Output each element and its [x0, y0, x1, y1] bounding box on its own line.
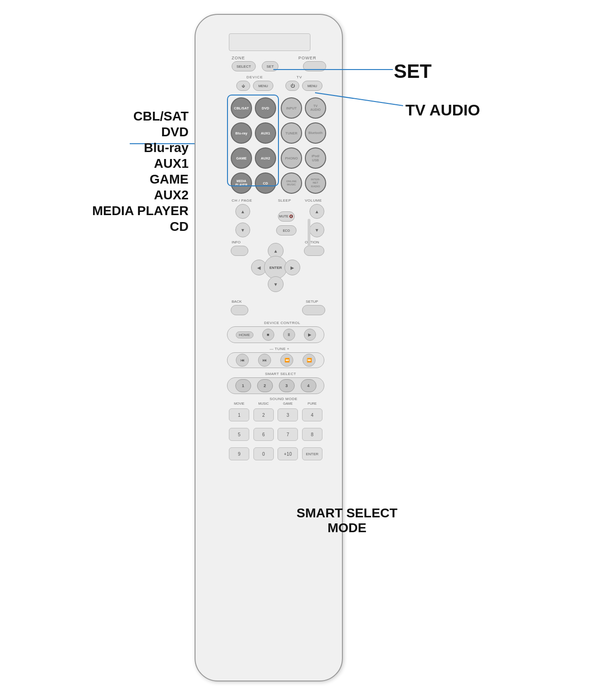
- sleep-label: SLEEP: [278, 198, 291, 203]
- remote-display: [229, 33, 310, 51]
- num-0-button[interactable]: 0: [253, 447, 274, 460]
- back-label: BACK: [232, 299, 242, 304]
- numpad-row-3: 9 0 +10 ENTER: [227, 446, 324, 462]
- smart-select-3-button[interactable]: 3: [279, 379, 295, 392]
- smart-select-label: SMART SELECT: [265, 372, 296, 376]
- num-enter-button[interactable]: ENTER: [302, 447, 322, 460]
- aux1-annotation: AUX1: [10, 156, 189, 171]
- bluray-annotation: Blu-ray: [10, 140, 189, 155]
- game-annotation: GAME: [10, 172, 189, 187]
- device-power-button[interactable]: ⏻: [236, 81, 250, 91]
- bluetooth-button[interactable]: Bluetooth: [305, 122, 326, 144]
- sound-game-label: GAME: [277, 402, 299, 405]
- eco-button[interactable]: ECO: [276, 225, 297, 235]
- input-button[interactable]: INPUT: [281, 97, 302, 119]
- option-button[interactable]: [304, 246, 324, 256]
- sound-music-label: MUSIC: [252, 402, 275, 405]
- dpad-enter-button[interactable]: ENTER: [264, 256, 287, 279]
- device-control-label: DEVICE CONTROL: [264, 321, 300, 325]
- cbl-sat-annotation: CBL/SAT: [10, 109, 189, 124]
- num-plus10-button[interactable]: +10: [278, 447, 298, 460]
- option-label: OPTION: [305, 240, 319, 244]
- num-2-button[interactable]: 2: [253, 408, 274, 421]
- remote-control: ZONE POWER SELECT SET DEVICE TV ⏻ MENU ⏻…: [195, 14, 343, 681]
- num-1-button[interactable]: 1: [229, 408, 249, 421]
- rewind-button[interactable]: ⏪: [280, 354, 293, 367]
- ch-down-button[interactable]: ▼: [235, 223, 250, 237]
- home-button[interactable]: HOME: [236, 331, 253, 338]
- num-9-button[interactable]: 9: [229, 447, 249, 460]
- dpad-right-button[interactable]: ▶: [284, 260, 300, 275]
- smart-select-1-button[interactable]: 1: [235, 379, 251, 392]
- ch-up-button[interactable]: ▲: [235, 204, 250, 219]
- num-3-button[interactable]: 3: [278, 408, 298, 421]
- tv-label: TV: [297, 75, 302, 79]
- setup-button[interactable]: [302, 305, 325, 315]
- next-track-button[interactable]: ⏭: [258, 354, 271, 367]
- mute-button[interactable]: MUTE 🔇: [278, 211, 295, 222]
- smart-select-2-button[interactable]: 2: [257, 379, 273, 392]
- dpad-down-button[interactable]: ▼: [268, 276, 284, 292]
- tv-menu-button[interactable]: MENU: [302, 81, 322, 91]
- numpad-row-2: 5 6 7 8: [227, 426, 324, 442]
- select-button[interactable]: SELECT: [232, 61, 256, 71]
- set-annotation: SET: [394, 60, 432, 83]
- sound-mode-labels: MOVIE MUSIC GAME PURE: [227, 402, 324, 405]
- cd-annotation: CD: [10, 219, 189, 234]
- stop-button[interactable]: ■: [262, 329, 274, 341]
- back-button[interactable]: [231, 305, 248, 315]
- remote-body: ZONE POWER SELECT SET DEVICE TV ⏻ MENU ⏻…: [195, 14, 343, 681]
- ipod-usb-button[interactable]: iPod/USB: [305, 147, 326, 169]
- numpad-row-1: 1 2 3 4: [227, 407, 324, 423]
- play-button[interactable]: ▶: [304, 329, 316, 341]
- set-button[interactable]: SET: [262, 61, 278, 71]
- tune-label: — TUNE +: [270, 347, 290, 351]
- num-5-button[interactable]: 5: [229, 428, 249, 441]
- device-label: DEVICE: [246, 75, 263, 79]
- smart-select-4-button[interactable]: 4: [301, 379, 316, 392]
- ch-page-label: CH / PAGE: [232, 198, 252, 203]
- power-label: POWER: [298, 56, 316, 60]
- vol-down-button[interactable]: ▼: [309, 223, 324, 237]
- sound-mode-label: SOUND MODE: [270, 397, 297, 401]
- internet-radio-button[interactable]: INTER-NETRADIO: [305, 172, 326, 194]
- zone-label: ZONE: [232, 56, 245, 60]
- smart-select-mode-text: SMART SELECT MODE: [281, 506, 413, 535]
- sound-pure-label: PURE: [301, 402, 323, 405]
- setup-label: SETUP: [306, 299, 318, 304]
- dvd-annotation: DVD: [10, 125, 189, 140]
- dpad: ▲ ◀ ENTER ▶ ▼: [250, 242, 301, 293]
- smart-select-row: 1 2 3 4: [227, 377, 324, 394]
- tuner-button[interactable]: TUNER: [281, 122, 302, 144]
- power-top-button[interactable]: [303, 61, 326, 71]
- phono-button[interactable]: PHONO: [281, 147, 302, 169]
- sound-movie-label: MOVIE: [228, 402, 250, 405]
- tv-power-button[interactable]: ⏻: [285, 81, 299, 91]
- source-highlight-box: [227, 95, 279, 186]
- prev-track-button[interactable]: ⏮: [236, 354, 249, 367]
- num-7-button[interactable]: 7: [278, 428, 298, 441]
- left-annotations: CBL/SAT DVD Blu-ray AUX1 GAME AUX2 MEDIA…: [10, 109, 189, 235]
- info-label: INFO: [232, 240, 240, 244]
- info-button[interactable]: [231, 246, 248, 256]
- num-6-button[interactable]: 6: [253, 428, 274, 441]
- vol-up-button[interactable]: ▲: [309, 204, 324, 219]
- scroll-indicator: [308, 219, 310, 247]
- tv-audio-annotation: TV AUDIO: [405, 101, 480, 119]
- media-player-annotation: MEDIA PLAYER: [10, 204, 189, 218]
- num-4-button[interactable]: 4: [302, 408, 322, 421]
- tune-row: ⏮ ⏭ ⏪ ⏩: [227, 352, 324, 368]
- pause-button[interactable]: ⏸: [283, 329, 295, 341]
- aux2-annotation: AUX2: [10, 188, 189, 203]
- tv-audio-button[interactable]: TVAUDIO: [305, 97, 326, 119]
- online-music-button[interactable]: ONLINEMUSIC: [281, 172, 302, 194]
- num-8-button[interactable]: 8: [302, 428, 322, 441]
- device-control-row: HOME ■ ⏸ ▶: [227, 326, 324, 343]
- fast-forward-button[interactable]: ⏩: [303, 354, 316, 367]
- volume-label: VOLUME: [305, 198, 322, 203]
- device-menu-button[interactable]: MENU: [253, 81, 273, 91]
